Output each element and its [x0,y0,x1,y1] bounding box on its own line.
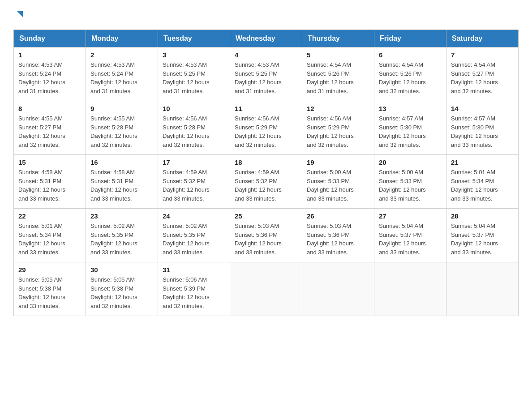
day-number: 24 [163,212,225,220]
logo-arrow-icon [15,9,25,21]
calendar-day-cell: 16 Sunrise: 4:58 AMSunset: 5:31 PMDaylig… [86,155,158,209]
day-number: 23 [90,212,153,220]
logo [13,9,25,21]
day-info: Sunrise: 4:56 AMSunset: 5:29 PMDaylight:… [235,115,282,148]
day-info: Sunrise: 5:00 AMSunset: 5:33 PMDaylight:… [307,169,354,202]
day-info: Sunrise: 4:54 AMSunset: 5:26 PMDaylight:… [307,61,354,94]
calendar-day-cell: 14 Sunrise: 4:57 AMSunset: 5:30 PMDaylig… [446,101,519,155]
day-number: 7 [451,51,514,59]
day-number: 5 [307,51,369,59]
day-info: Sunrise: 4:53 AMSunset: 5:24 PMDaylight:… [18,61,65,94]
day-number: 20 [379,158,442,166]
svg-marker-0 [17,11,23,17]
day-number: 28 [451,212,514,220]
day-number: 31 [163,266,225,274]
day-info: Sunrise: 4:59 AMSunset: 5:32 PMDaylight:… [163,169,210,202]
day-info: Sunrise: 5:02 AMSunset: 5:35 PMDaylight:… [90,223,137,256]
calendar-day-cell: 6 Sunrise: 4:54 AMSunset: 5:26 PMDayligh… [374,47,446,101]
day-info: Sunrise: 4:57 AMSunset: 5:30 PMDaylight:… [451,115,498,148]
day-info: Sunrise: 5:03 AMSunset: 5:36 PMDaylight:… [307,223,354,256]
calendar-day-cell: 11 Sunrise: 4:56 AMSunset: 5:29 PMDaylig… [230,101,302,155]
weekday-header-sunday: Sunday [14,30,86,47]
calendar-day-cell: 29 Sunrise: 5:05 AMSunset: 5:38 PMDaylig… [14,262,86,316]
calendar-day-cell: 26 Sunrise: 5:03 AMSunset: 5:36 PMDaylig… [302,209,374,262]
day-info: Sunrise: 4:57 AMSunset: 5:30 PMDaylight:… [379,115,426,148]
day-info: Sunrise: 5:02 AMSunset: 5:35 PMDaylight:… [163,223,210,256]
day-info: Sunrise: 5:04 AMSunset: 5:37 PMDaylight:… [451,223,498,256]
calendar-day-cell: 1 Sunrise: 4:53 AMSunset: 5:24 PMDayligh… [14,47,86,101]
calendar-header-row: SundayMondayTuesdayWednesdayThursdayFrid… [14,30,519,47]
calendar-week-row: 15 Sunrise: 4:58 AMSunset: 5:31 PMDaylig… [14,155,519,209]
day-number: 18 [235,158,297,166]
day-number: 4 [235,51,297,59]
calendar-day-cell: 12 Sunrise: 4:56 AMSunset: 5:29 PMDaylig… [302,101,374,155]
calendar-day-cell: 30 Sunrise: 5:05 AMSunset: 5:38 PMDaylig… [86,262,158,316]
day-number: 16 [90,158,153,166]
calendar-table: SundayMondayTuesdayWednesdayThursdayFrid… [13,30,519,316]
day-number: 2 [90,51,153,59]
day-number: 6 [379,51,442,59]
day-info: Sunrise: 4:53 AMSunset: 5:25 PMDaylight:… [235,61,282,94]
calendar-week-row: 29 Sunrise: 5:05 AMSunset: 5:38 PMDaylig… [14,262,519,316]
calendar-day-cell: 4 Sunrise: 4:53 AMSunset: 5:25 PMDayligh… [230,47,302,101]
day-info: Sunrise: 5:05 AMSunset: 5:38 PMDaylight:… [90,276,137,309]
calendar-day-cell: 9 Sunrise: 4:55 AMSunset: 5:28 PMDayligh… [86,101,158,155]
calendar-day-cell: 2 Sunrise: 4:53 AMSunset: 5:24 PMDayligh… [86,47,158,101]
calendar-day-cell: 23 Sunrise: 5:02 AMSunset: 5:35 PMDaylig… [86,209,158,262]
calendar-week-row: 22 Sunrise: 5:01 AMSunset: 5:34 PMDaylig… [14,209,519,262]
calendar-day-cell [230,262,302,316]
day-number: 12 [307,105,369,112]
calendar-day-cell: 15 Sunrise: 4:58 AMSunset: 5:31 PMDaylig… [14,155,86,209]
day-number: 8 [18,105,81,112]
calendar-day-cell: 20 Sunrise: 5:00 AMSunset: 5:33 PMDaylig… [374,155,446,209]
calendar-day-cell: 8 Sunrise: 4:55 AMSunset: 5:27 PMDayligh… [14,101,86,155]
day-number: 30 [90,266,153,274]
day-number: 27 [379,212,442,220]
day-number: 3 [163,51,225,59]
page-header [13,9,519,21]
weekday-header-saturday: Saturday [446,30,519,47]
day-info: Sunrise: 4:53 AMSunset: 5:24 PMDaylight:… [90,61,137,94]
calendar-day-cell: 13 Sunrise: 4:57 AMSunset: 5:30 PMDaylig… [374,101,446,155]
day-info: Sunrise: 4:59 AMSunset: 5:32 PMDaylight:… [235,169,282,202]
day-number: 29 [18,266,81,274]
day-number: 14 [451,105,514,112]
calendar-day-cell [302,262,374,316]
day-number: 17 [163,158,225,166]
calendar-day-cell: 5 Sunrise: 4:54 AMSunset: 5:26 PMDayligh… [302,47,374,101]
weekday-header-thursday: Thursday [302,30,374,47]
calendar-day-cell: 17 Sunrise: 4:59 AMSunset: 5:32 PMDaylig… [158,155,230,209]
day-number: 10 [163,105,225,112]
calendar-day-cell: 21 Sunrise: 5:01 AMSunset: 5:34 PMDaylig… [446,155,519,209]
calendar-day-cell: 19 Sunrise: 5:00 AMSunset: 5:33 PMDaylig… [302,155,374,209]
weekday-header-friday: Friday [374,30,446,47]
calendar-day-cell [374,262,446,316]
calendar-week-row: 1 Sunrise: 4:53 AMSunset: 5:24 PMDayligh… [14,47,519,101]
calendar-day-cell: 28 Sunrise: 5:04 AMSunset: 5:37 PMDaylig… [446,209,519,262]
calendar-day-cell: 10 Sunrise: 4:56 AMSunset: 5:28 PMDaylig… [158,101,230,155]
calendar-day-cell: 25 Sunrise: 5:03 AMSunset: 5:36 PMDaylig… [230,209,302,262]
day-info: Sunrise: 5:06 AMSunset: 5:39 PMDaylight:… [163,276,210,309]
day-number: 25 [235,212,297,220]
day-info: Sunrise: 5:01 AMSunset: 5:34 PMDaylight:… [18,223,65,256]
calendar-week-row: 8 Sunrise: 4:55 AMSunset: 5:27 PMDayligh… [14,101,519,155]
day-info: Sunrise: 5:01 AMSunset: 5:34 PMDaylight:… [451,169,498,202]
calendar-day-cell: 7 Sunrise: 4:54 AMSunset: 5:27 PMDayligh… [446,47,519,101]
day-info: Sunrise: 4:58 AMSunset: 5:31 PMDaylight:… [90,169,137,202]
day-info: Sunrise: 5:03 AMSunset: 5:36 PMDaylight:… [235,223,282,256]
calendar-day-cell: 31 Sunrise: 5:06 AMSunset: 5:39 PMDaylig… [158,262,230,316]
calendar-day-cell: 3 Sunrise: 4:53 AMSunset: 5:25 PMDayligh… [158,47,230,101]
calendar-day-cell: 18 Sunrise: 4:59 AMSunset: 5:32 PMDaylig… [230,155,302,209]
calendar-day-cell: 24 Sunrise: 5:02 AMSunset: 5:35 PMDaylig… [158,209,230,262]
calendar-day-cell: 27 Sunrise: 5:04 AMSunset: 5:37 PMDaylig… [374,209,446,262]
day-info: Sunrise: 4:55 AMSunset: 5:27 PMDaylight:… [18,115,65,148]
day-info: Sunrise: 4:53 AMSunset: 5:25 PMDaylight:… [163,61,210,94]
day-number: 13 [379,105,442,112]
day-info: Sunrise: 5:00 AMSunset: 5:33 PMDaylight:… [379,169,426,202]
day-number: 1 [18,51,81,59]
day-info: Sunrise: 4:56 AMSunset: 5:29 PMDaylight:… [307,115,354,148]
day-info: Sunrise: 4:54 AMSunset: 5:27 PMDaylight:… [451,61,498,94]
day-number: 19 [307,158,369,166]
weekday-header-tuesday: Tuesday [158,30,230,47]
day-info: Sunrise: 5:05 AMSunset: 5:38 PMDaylight:… [18,276,65,309]
